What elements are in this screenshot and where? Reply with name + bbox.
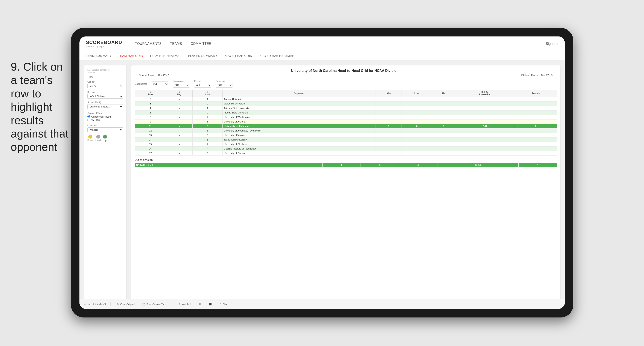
- school-select[interactable]: University of Nort...: [88, 104, 123, 109]
- cell-value: 13: [135, 133, 166, 137]
- share-btn[interactable]: ↗ Share: [218, 302, 230, 306]
- tab-player-h2h-heatmap[interactable]: PLAYER H2H HEATMAP: [259, 52, 294, 60]
- colour-by-select[interactable]: Win/loss: [88, 127, 123, 132]
- down-dot: [88, 135, 92, 139]
- clock-icon[interactable]: ⏱: [103, 303, 106, 306]
- table-row[interactable]: 16-4Georgia Institute of Technology: [135, 146, 557, 151]
- out-of-division-diff: 26.00: [437, 163, 518, 168]
- nav-items: TOURNAMENTS TEAMS COMMITTEE: [135, 40, 537, 47]
- opponent-name: University of Arizona: [222, 119, 376, 124]
- cell-value: [432, 128, 455, 133]
- opponent-name: Georgia Institute of Technology: [222, 146, 376, 151]
- cell-value: 11: [135, 124, 166, 128]
- cell-value: [402, 119, 432, 124]
- out-of-division-name: NCAA Division II: [135, 163, 322, 168]
- logo-text: SCOREBOARD: [86, 40, 122, 45]
- table-row[interactable]: 13-3University of Virginia: [135, 133, 557, 137]
- cell-value: 15: [135, 142, 166, 146]
- cell-value: [432, 106, 455, 110]
- cell-value: 2: [192, 101, 222, 106]
- step-number: 9.: [11, 60, 20, 73]
- table-row[interactable]: 14-1Texas Tech University: [135, 137, 557, 142]
- tab-player-summary[interactable]: PLAYER SUMMARY: [188, 52, 217, 60]
- table-row[interactable]: 11-5University of Alabama3002.618: [135, 124, 557, 128]
- out-of-division-row[interactable]: NCAA Division II 1 0 0 26.00 3: [135, 163, 557, 168]
- cell-value: [402, 137, 432, 142]
- cell-value: [515, 146, 556, 151]
- cell-value: 6: [192, 128, 222, 133]
- instruction-panel: 9. Click on a team's row to highlight re…: [11, 60, 71, 154]
- toolbar-icon-btn-1[interactable]: 🖥: [197, 302, 203, 306]
- data-table: #Rank #Reg #Conf Opponent Win Loss Tie D…: [135, 90, 557, 156]
- nav-committee[interactable]: COMMITTEE: [190, 40, 211, 47]
- cell-value: [515, 137, 556, 142]
- cell-value: [402, 115, 432, 119]
- cut-icon[interactable]: ✂: [95, 303, 98, 306]
- tab-team-h2h-heatmap[interactable]: TEAM H2H HEATMAP: [150, 52, 182, 60]
- opponent-filter-group: Opponent (All): [216, 80, 233, 87]
- sign-out-button[interactable]: Sign out: [546, 42, 558, 46]
- conference-filter[interactable]: (All): [173, 83, 190, 87]
- conference-filter-label: Conference: [173, 80, 190, 82]
- nav-tournaments[interactable]: TOURNAMENTS: [135, 40, 162, 47]
- cell-value: 14: [135, 137, 166, 142]
- col-reg: #Reg: [166, 90, 192, 97]
- table-row[interactable]: 12-6University of Arkansas, Fayetteville: [135, 128, 557, 133]
- watch-btn[interactable]: 👁 Watch ▾: [177, 302, 192, 306]
- region-filter[interactable]: (All): [194, 83, 211, 87]
- cell-value: [455, 97, 515, 101]
- table-row[interactable]: 4-1Arizona State University: [135, 106, 557, 110]
- school-label: School (Rank): [88, 101, 123, 104]
- col-opponent: Opponent: [222, 90, 376, 97]
- sidebar: Last Updated: 27/03/2024 16:55:38 Team G…: [84, 65, 127, 305]
- filters-row: Opponents: (All) Conference (All) Region: [135, 80, 557, 87]
- save-custom-view-btn[interactable]: 💾 Save Custom View: [141, 302, 168, 306]
- redo-icon[interactable]: ↪: [88, 303, 90, 306]
- cell-value: 16: [135, 146, 166, 151]
- tab-team-summary[interactable]: TEAM SUMMARY: [86, 52, 112, 60]
- tablet-screen: SCOREBOARD Powered by clippd TOURNAMENTS…: [80, 36, 565, 309]
- table-row[interactable]: 17-3University of Florida: [135, 151, 557, 156]
- cell-value: [432, 97, 455, 101]
- opponent-view-label: Opponent View: [88, 112, 123, 114]
- view-original-btn[interactable]: 👁 View: Original: [115, 302, 136, 306]
- gender-select[interactable]: Men's: [88, 84, 123, 88]
- cell-value: -: [166, 97, 192, 101]
- undo-icon[interactable]: ↩: [84, 303, 86, 306]
- toolbar-icon-btn-2[interactable]: ⬛: [207, 302, 214, 306]
- radio-opponents-played[interactable]: Opponents Played: [88, 115, 123, 118]
- history-icon[interactable]: ↺: [92, 303, 94, 306]
- overall-record: Overall Record: 89 - 17 - 0: [139, 74, 169, 77]
- cell-value: [432, 137, 455, 142]
- nav-teams[interactable]: TEAMS: [170, 40, 182, 47]
- opponent-name: University of Alabama: [222, 124, 376, 128]
- cell-value: 1: [192, 137, 222, 142]
- tab-team-h2h-grid[interactable]: TEAM H2H GRID: [118, 52, 143, 60]
- table-row[interactable]: 2-1Auburn University: [135, 97, 557, 101]
- table-row[interactable]: 3-2Vanderbilt University: [135, 101, 557, 106]
- bottom-toolbar: ↩ ↪ ↺ ✂ ⊕ ⏱ 👁 View: Original 💾 Save Cust…: [80, 299, 565, 309]
- table-row[interactable]: 8-2University of Washington: [135, 115, 557, 119]
- last-updated-label: Last Updated: 27/03/2024: [88, 69, 123, 71]
- legend-up: Up: [103, 135, 107, 142]
- cell-value: [376, 115, 402, 119]
- cell-value: 2: [192, 110, 222, 115]
- cell-value: 2: [192, 115, 222, 119]
- table-header-row: #Rank #Reg #Conf Opponent Win Loss Tie D…: [135, 90, 557, 97]
- cell-value: [432, 119, 455, 124]
- more-icon[interactable]: ⊕: [99, 303, 102, 306]
- opponent-filter[interactable]: (All): [216, 83, 233, 87]
- tab-player-h2h-grid[interactable]: PLAYER H2H GRID: [224, 52, 252, 60]
- cell-value: [515, 151, 556, 156]
- table-row[interactable]: 15-2University of Oklahoma: [135, 142, 557, 146]
- radio-top-100[interactable]: Top 100: [88, 119, 123, 121]
- table-row[interactable]: 6-2Florida State University: [135, 110, 557, 115]
- grid-area: University of North Carolina Head-to-Hea…: [131, 65, 560, 305]
- last-updated-time: 16:55:38: [88, 71, 123, 74]
- cell-value: [402, 151, 432, 156]
- cell-value: [376, 151, 402, 156]
- cell-value: [432, 146, 455, 151]
- division-select[interactable]: NCAA Division I: [88, 94, 123, 99]
- table-row[interactable]: 9-3University of Arizona: [135, 119, 557, 124]
- opponents-filter[interactable]: (All): [151, 81, 168, 86]
